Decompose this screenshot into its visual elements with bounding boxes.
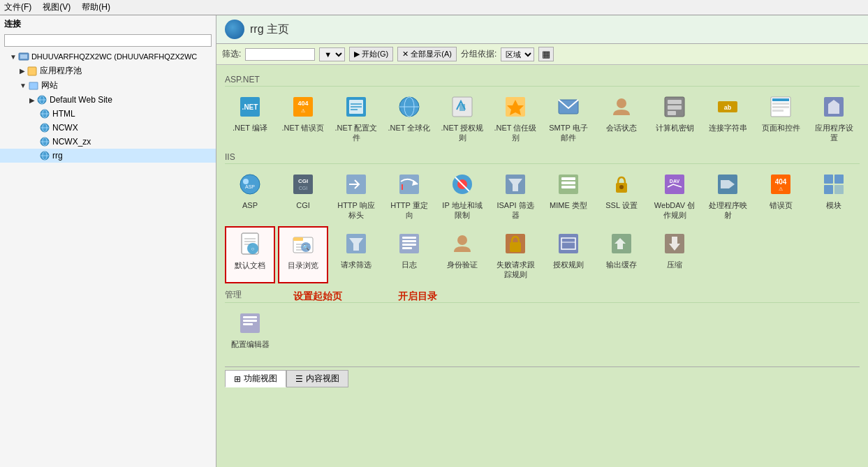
webdav-svg: DAV	[662, 172, 687, 197]
ip-restrictions-icon-box	[448, 170, 476, 198]
dotnet-auth-svg	[450, 94, 475, 119]
icon-default-doc[interactable]: ○ 默认文档	[225, 226, 275, 283]
sidebar: 连接 ▼ DHUUVARFHQZX2WC (DHUUVARFHQZX2WC ▶ …	[0, 15, 216, 467]
svg-text:DAV: DAV	[670, 179, 680, 184]
icon-pages-controls[interactable]: 页面和控件	[756, 89, 806, 147]
tree-item-rrg[interactable]: rrg	[0, 149, 216, 163]
icon-http-response-headers[interactable]: HTTP 响应标头	[331, 167, 381, 224]
icon-auth[interactable]: 身份验证	[437, 226, 487, 283]
tree-item-server[interactable]: ▼ DHUUVARFHQZX2WC (DHUUVARFHQZX2WC	[0, 50, 216, 64]
icon-dotnet-compile[interactable]: .NET .NET 编译	[225, 89, 275, 147]
output-cache-svg	[609, 231, 634, 256]
dotnet-compile-svg: .NET	[237, 94, 263, 119]
icon-machine-key[interactable]: 计算机密钥	[649, 89, 700, 147]
icon-dotnet-config[interactable]: .NET 配置文件	[331, 89, 381, 147]
showall-icon: ✕	[402, 50, 409, 59]
icon-mime-types[interactable]: MIME 类型	[543, 167, 594, 224]
svg-rect-64	[561, 186, 575, 188]
aspnet-section-label: ASP.NET	[225, 75, 860, 87]
svg-rect-99	[510, 242, 521, 252]
svg-rect-75	[824, 185, 833, 194]
apppool-label: 应用程序池	[40, 65, 82, 77]
icon-connection-strings[interactable]: ab 连接字符串	[703, 89, 753, 147]
iis-icons-grid: ASP ASP CGI CGI CGI	[225, 167, 860, 283]
sites-icon	[28, 80, 39, 91]
start-button[interactable]: ▶ 开始(G)	[349, 47, 393, 61]
icon-compression[interactable]: 压缩	[649, 226, 700, 283]
menu-help[interactable]: 帮助(H)	[82, 1, 110, 13]
smtp-label: SMTP 电子邮件	[547, 123, 590, 143]
tree-item-default[interactable]: ▶ Default Web Site	[0, 93, 216, 107]
tree-item-sites[interactable]: ▼ 网站	[0, 78, 216, 93]
tree-item-html[interactable]: HTML	[0, 107, 216, 121]
auth-label: 身份验证	[447, 260, 478, 269]
dotnet-auth-label: .NET 授权规则	[441, 123, 484, 143]
icon-failed-request[interactable]: 失败请求跟踪规则	[490, 226, 540, 283]
dotnet-config-svg	[344, 94, 369, 119]
svg-text:○: ○	[251, 246, 255, 252]
filter-input[interactable]	[245, 48, 315, 61]
default-doc-label: 默认文档	[235, 260, 265, 270]
session-label: 会话状态	[606, 123, 637, 133]
icon-webdav[interactable]: DAV WebDAV 创作规则	[649, 167, 700, 224]
tree-item-ncwx-zx[interactable]: NCWX_zx	[0, 135, 216, 149]
default-globe-icon	[36, 94, 47, 105]
icon-dir-browsing[interactable]: 🔍 目录浏览	[278, 226, 328, 283]
svg-rect-2	[28, 67, 36, 75]
icon-error-pages[interactable]: 404 ⚠ 错误页	[756, 167, 806, 224]
http-redirect-label: HTTP 重定向	[388, 200, 431, 221]
menu-view[interactable]: 视图(V)	[43, 1, 71, 13]
menu-file[interactable]: 文件(F)	[4, 1, 31, 13]
tab-features[interactable]: ⊞ 功能视图	[225, 370, 286, 387]
config-editor-label: 配置编辑器	[231, 339, 270, 349]
icons-area: ASP.NET .NET .NET 编译	[216, 65, 868, 393]
icon-request-filtering[interactable]: 请求筛选	[331, 226, 381, 283]
icon-authorization[interactable]: 授权规则	[543, 226, 594, 283]
dotnet-error-icon-box: 404 ⚠	[289, 93, 317, 121]
tab-content[interactable]: ☰ 内容视图	[286, 370, 348, 387]
dotnet-trust-icon-box	[501, 93, 529, 121]
icon-dotnet-auth[interactable]: .NET 授权规则	[437, 89, 487, 147]
tree-item-ncwx[interactable]: NCWX	[0, 121, 216, 135]
grid-view-button[interactable]: ▦	[538, 47, 554, 61]
group-dropdown[interactable]: 区域	[501, 47, 534, 61]
icon-config-editor[interactable]: 配置编辑器	[225, 306, 275, 353]
icon-dotnet-error[interactable]: 404 ⚠ .NET 错误页	[278, 89, 328, 147]
icon-isapi-filters[interactable]: ISAPI 筛选器	[490, 167, 540, 224]
search-input[interactable]	[4, 34, 212, 47]
default-doc-icon-box: ○	[236, 230, 264, 258]
icon-dotnet-trust[interactable]: .NET 信任级别	[490, 89, 540, 147]
icon-modules[interactable]: 模块	[809, 167, 859, 224]
icon-http-redirect[interactable]: HTTP 重定向	[384, 167, 434, 224]
isapi-filters-svg	[503, 172, 528, 197]
icon-handler-mappings[interactable]: 处理程序映射	[703, 167, 753, 224]
rrg-globe-icon	[39, 150, 50, 161]
svg-point-66	[619, 185, 624, 189]
asp-svg: ASP	[237, 172, 263, 197]
aspnet-icons-grid: .NET .NET 编译 404 ⚠ .NET 错误页	[225, 89, 860, 147]
cgi-svg: CGI CGI	[290, 172, 316, 197]
ssl-svg	[609, 172, 634, 197]
icon-cgi[interactable]: CGI CGI CGI	[278, 167, 328, 224]
icon-app-settings[interactable]: 应用程序设置	[809, 89, 859, 147]
icon-ip-restrictions[interactable]: IP 地址和域限制	[437, 167, 487, 224]
compression-svg	[662, 231, 687, 256]
svg-rect-32	[459, 104, 465, 111]
icon-asp[interactable]: ASP ASP	[225, 167, 275, 224]
icon-smtp[interactable]: SMTP 电子邮件	[543, 89, 594, 147]
svg-point-35	[617, 98, 626, 108]
dotnet-config-label: .NET 配置文件	[334, 123, 378, 143]
icon-dotnet-global[interactable]: .NET 全球化	[384, 89, 434, 147]
tree-item-apppool[interactable]: ▶ 应用程序池	[0, 64, 216, 78]
icon-logging[interactable]: 日志	[384, 226, 434, 283]
annotation-open-dir: 开启目录	[398, 290, 437, 303]
modules-icon-box	[820, 170, 848, 198]
show-all-button[interactable]: ✕ 全部显示(A)	[397, 47, 457, 61]
expand-arrow-sites: ▼	[20, 82, 27, 89]
app-settings-label: 应用程序设置	[812, 123, 855, 143]
icon-ssl[interactable]: SSL 设置	[596, 167, 647, 224]
icon-output-cache[interactable]: 输出缓存	[596, 226, 647, 283]
http-redirect-svg	[397, 172, 422, 197]
icon-session[interactable]: 会话状态	[596, 89, 647, 147]
filter-dropdown[interactable]: ▼	[319, 47, 345, 61]
